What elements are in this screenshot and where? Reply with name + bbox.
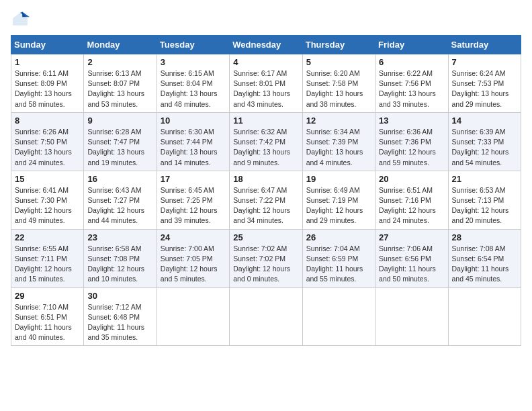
calendar-cell: 8 Sunrise: 6:26 AMSunset: 7:50 PMDayligh…	[11, 112, 84, 171]
calendar-cell: 27 Sunrise: 7:06 AMSunset: 6:56 PMDaylig…	[375, 229, 448, 287]
calendar-cell: 26 Sunrise: 7:04 AMSunset: 6:59 PMDaylig…	[302, 229, 375, 287]
day-number: 26	[306, 232, 371, 242]
day-number: 27	[379, 232, 444, 242]
day-info: Sunrise: 7:12 AMSunset: 6:48 PMDaylight:…	[87, 302, 152, 343]
calendar-cell: 11 Sunrise: 6:32 AMSunset: 7:42 PMDaylig…	[230, 112, 302, 171]
day-info: Sunrise: 6:47 AMSunset: 7:22 PMDaylight:…	[233, 185, 298, 226]
day-info: Sunrise: 6:43 AMSunset: 7:27 PMDaylight:…	[87, 185, 152, 226]
calendar-cell: 5 Sunrise: 6:20 AMSunset: 7:58 PMDayligh…	[302, 54, 375, 113]
day-info: Sunrise: 6:17 AMSunset: 8:01 PMDaylight:…	[233, 68, 298, 109]
day-info: Sunrise: 6:55 AMSunset: 7:11 PMDaylight:…	[15, 244, 80, 285]
day-info: Sunrise: 6:41 AMSunset: 7:30 PMDaylight:…	[15, 185, 80, 226]
day-info: Sunrise: 7:08 AMSunset: 6:54 PMDaylight:…	[452, 244, 517, 285]
calendar-cell: 28 Sunrise: 7:08 AMSunset: 6:54 PMDaylig…	[448, 229, 521, 287]
calendar-cell: 30 Sunrise: 7:12 AMSunset: 6:48 PMDaylig…	[84, 287, 157, 346]
day-info: Sunrise: 7:02 AMSunset: 7:02 PMDaylight:…	[233, 244, 298, 285]
calendar-cell: 18 Sunrise: 6:47 AMSunset: 7:22 PMDaylig…	[230, 171, 302, 229]
day-number: 13	[379, 116, 444, 126]
calendar-cell: 4 Sunrise: 6:17 AMSunset: 8:01 PMDayligh…	[230, 54, 302, 113]
calendar-cell: 10 Sunrise: 6:30 AMSunset: 7:44 PMDaylig…	[157, 112, 229, 171]
day-info: Sunrise: 6:36 AMSunset: 7:36 PMDaylight:…	[379, 127, 444, 168]
day-number: 24	[161, 232, 226, 242]
week-row-1: 1 Sunrise: 6:11 AMSunset: 8:09 PMDayligh…	[11, 54, 521, 113]
calendar-cell: 9 Sunrise: 6:28 AMSunset: 7:47 PMDayligh…	[84, 112, 157, 171]
day-number: 25	[233, 232, 298, 242]
calendar-cell: 2 Sunrise: 6:13 AMSunset: 8:07 PMDayligh…	[84, 54, 157, 113]
day-number: 16	[87, 174, 152, 184]
day-number: 3	[161, 57, 226, 67]
day-number: 19	[306, 174, 371, 184]
logo-icon	[11, 11, 30, 30]
day-number: 8	[15, 116, 80, 126]
week-row-3: 15 Sunrise: 6:41 AMSunset: 7:30 PMDaylig…	[11, 171, 521, 229]
day-number: 21	[452, 174, 517, 184]
day-info: Sunrise: 7:04 AMSunset: 6:59 PMDaylight:…	[306, 244, 371, 285]
calendar-cell: 22 Sunrise: 6:55 AMSunset: 7:11 PMDaylig…	[11, 229, 84, 287]
day-number: 12	[306, 116, 371, 126]
day-info: Sunrise: 6:26 AMSunset: 7:50 PMDaylight:…	[15, 127, 80, 168]
day-number: 30	[87, 291, 152, 301]
calendar-cell: 16 Sunrise: 6:43 AMSunset: 7:27 PMDaylig…	[84, 171, 157, 229]
day-header-friday: Friday	[375, 36, 448, 54]
day-number: 2	[87, 57, 152, 67]
week-row-4: 22 Sunrise: 6:55 AMSunset: 7:11 PMDaylig…	[11, 229, 521, 287]
day-number: 15	[15, 174, 80, 184]
day-info: Sunrise: 6:53 AMSunset: 7:13 PMDaylight:…	[452, 185, 517, 226]
day-number: 17	[161, 174, 226, 184]
day-number: 22	[15, 232, 80, 242]
calendar-cell: 14 Sunrise: 6:39 AMSunset: 7:33 PMDaylig…	[448, 112, 521, 171]
day-number: 4	[233, 57, 298, 67]
calendar-cell: 23 Sunrise: 6:58 AMSunset: 7:08 PMDaylig…	[84, 229, 157, 287]
day-info: Sunrise: 6:45 AMSunset: 7:25 PMDaylight:…	[161, 185, 226, 226]
calendar-cell: 6 Sunrise: 6:22 AMSunset: 7:56 PMDayligh…	[375, 54, 448, 113]
day-number: 14	[452, 116, 517, 126]
calendar-cell: 24 Sunrise: 7:00 AMSunset: 7:05 PMDaylig…	[157, 229, 229, 287]
day-info: Sunrise: 7:10 AMSunset: 6:51 PMDaylight:…	[15, 302, 80, 343]
day-info: Sunrise: 6:34 AMSunset: 7:39 PMDaylight:…	[306, 127, 371, 168]
day-number: 10	[161, 116, 226, 126]
logo	[11, 11, 32, 30]
calendar-cell	[157, 287, 229, 346]
week-row-2: 8 Sunrise: 6:26 AMSunset: 7:50 PMDayligh…	[11, 112, 521, 171]
day-number: 23	[87, 232, 152, 242]
day-header-wednesday: Wednesday	[230, 36, 302, 54]
calendar-cell: 19 Sunrise: 6:49 AMSunset: 7:19 PMDaylig…	[302, 171, 375, 229]
day-header-monday: Monday	[84, 36, 157, 54]
day-info: Sunrise: 7:06 AMSunset: 6:56 PMDaylight:…	[379, 244, 444, 285]
calendar-cell	[448, 287, 521, 346]
day-number: 18	[233, 174, 298, 184]
day-info: Sunrise: 6:51 AMSunset: 7:16 PMDaylight:…	[379, 185, 444, 226]
calendar-cell: 21 Sunrise: 6:53 AMSunset: 7:13 PMDaylig…	[448, 171, 521, 229]
day-info: Sunrise: 6:11 AMSunset: 8:09 PMDaylight:…	[15, 68, 80, 109]
day-header-sunday: Sunday	[11, 36, 84, 54]
day-header-tuesday: Tuesday	[157, 36, 229, 54]
calendar-cell	[375, 287, 448, 346]
calendar-cell: 13 Sunrise: 6:36 AMSunset: 7:36 PMDaylig…	[375, 112, 448, 171]
calendar-cell: 25 Sunrise: 7:02 AMSunset: 7:02 PMDaylig…	[230, 229, 302, 287]
day-header-saturday: Saturday	[448, 36, 521, 54]
day-number: 6	[379, 57, 444, 67]
day-info: Sunrise: 6:20 AMSunset: 7:58 PMDaylight:…	[306, 68, 371, 109]
calendar-cell: 3 Sunrise: 6:15 AMSunset: 8:04 PMDayligh…	[157, 54, 229, 113]
day-number: 1	[15, 57, 80, 67]
day-number: 11	[233, 116, 298, 126]
day-info: Sunrise: 6:22 AMSunset: 7:56 PMDaylight:…	[379, 68, 444, 109]
calendar-cell: 15 Sunrise: 6:41 AMSunset: 7:30 PMDaylig…	[11, 171, 84, 229]
calendar-cell	[230, 287, 302, 346]
calendar-cell: 7 Sunrise: 6:24 AMSunset: 7:53 PMDayligh…	[448, 54, 521, 113]
calendar-cell: 20 Sunrise: 6:51 AMSunset: 7:16 PMDaylig…	[375, 171, 448, 229]
day-info: Sunrise: 6:49 AMSunset: 7:19 PMDaylight:…	[306, 185, 371, 226]
day-info: Sunrise: 6:58 AMSunset: 7:08 PMDaylight:…	[87, 244, 152, 285]
day-info: Sunrise: 6:13 AMSunset: 8:07 PMDaylight:…	[87, 68, 152, 109]
day-info: Sunrise: 6:28 AMSunset: 7:47 PMDaylight:…	[87, 127, 152, 168]
day-info: Sunrise: 7:00 AMSunset: 7:05 PMDaylight:…	[161, 244, 226, 285]
page-header	[11, 11, 521, 30]
day-info: Sunrise: 6:30 AMSunset: 7:44 PMDaylight:…	[161, 127, 226, 168]
day-info: Sunrise: 6:39 AMSunset: 7:33 PMDaylight:…	[452, 127, 517, 168]
calendar-table: SundayMondayTuesdayWednesdayThursdayFrid…	[11, 35, 521, 346]
calendar-cell	[302, 287, 375, 346]
day-number: 5	[306, 57, 371, 67]
calendar-cell: 1 Sunrise: 6:11 AMSunset: 8:09 PMDayligh…	[11, 54, 84, 113]
week-row-5: 29 Sunrise: 7:10 AMSunset: 6:51 PMDaylig…	[11, 287, 521, 346]
calendar-cell: 12 Sunrise: 6:34 AMSunset: 7:39 PMDaylig…	[302, 112, 375, 171]
